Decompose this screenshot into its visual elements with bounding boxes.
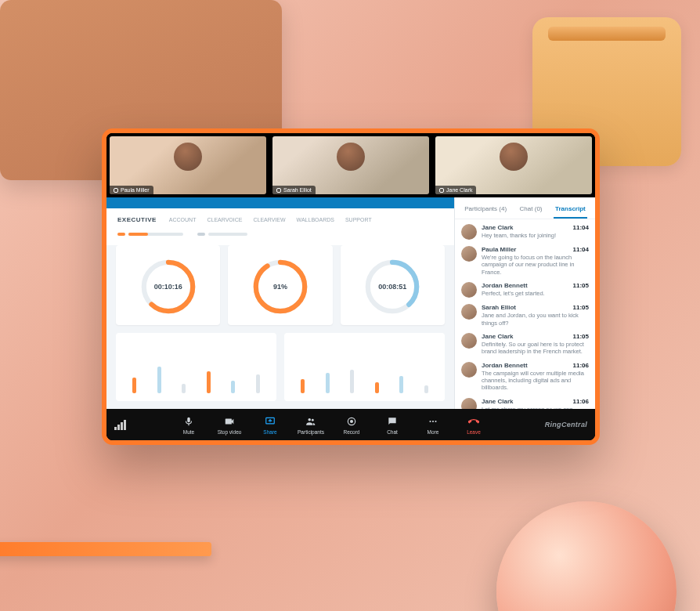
- transcript-text: Perfect, let's get started.: [482, 290, 589, 297]
- transcript-time: 11:04: [573, 224, 589, 231]
- panel-tabs: Participants (4) Chat (0) Transcript: [455, 197, 595, 219]
- svg-point-10: [350, 419, 353, 422]
- share-icon: [264, 415, 276, 428]
- meeting-toolbar: MuteStop videoShareParticipantsRecordCha…: [106, 409, 595, 440]
- thumb-name: Jane Clark: [446, 187, 472, 193]
- tab-participants[interactable]: Participants (4): [463, 202, 508, 219]
- participants-icon: [305, 415, 317, 428]
- bar: [350, 370, 354, 393]
- transcript-name: Jane Clark: [482, 224, 513, 231]
- transcript-time: 11:04: [573, 246, 589, 253]
- video-thumb-0[interactable]: Paula Miller: [110, 136, 266, 194]
- transcript-time: 11:05: [573, 333, 589, 340]
- dashboard-title: EXECUTIVE: [117, 216, 157, 223]
- dashboard-topbar: [106, 197, 454, 208]
- tab-transcript[interactable]: Transcript: [554, 202, 587, 219]
- signal-indicator: [114, 420, 146, 430]
- transcript-name: Jordan Bennett: [482, 282, 528, 289]
- mute-button[interactable]: Mute: [175, 415, 202, 435]
- bar: [157, 367, 161, 393]
- transcript-list[interactable]: Jane Clark11:04Hey team, thanks for join…: [455, 219, 595, 409]
- dashboard-progress-strip: [106, 226, 454, 245]
- transcript-time: 11:06: [573, 362, 589, 369]
- record-icon: [345, 415, 358, 428]
- bar: [256, 374, 260, 393]
- tablet-frame: Paula Miller Sarah Elliot Jane Clark: [102, 128, 600, 445]
- gauge: 91%: [250, 256, 311, 317]
- transcript-time: 11:06: [573, 398, 589, 405]
- gauge: 00:10:16: [138, 256, 199, 317]
- dashboard-tab[interactable]: CLEARVOICE: [207, 217, 242, 222]
- leave-button[interactable]: Leave: [460, 415, 487, 435]
- participants-button[interactable]: Participants: [298, 415, 324, 435]
- thumb-label: Paula Miller: [110, 186, 153, 194]
- share-button[interactable]: Share: [257, 415, 283, 435]
- dashboard-tab[interactable]: WALLBOARDS: [297, 217, 334, 222]
- bar: [375, 382, 379, 393]
- chat-icon: [386, 415, 399, 428]
- bar: [399, 376, 403, 393]
- signal-icon: [114, 420, 126, 430]
- transcript-time: 11:05: [573, 304, 589, 311]
- transcript-name: Sarah Elliot: [482, 304, 516, 311]
- gauge-card: 91%: [228, 245, 332, 325]
- transcript-name: Jane Clark: [482, 398, 513, 405]
- more-button[interactable]: More: [420, 415, 446, 435]
- stop-video-button[interactable]: Stop video: [216, 415, 243, 435]
- record-button[interactable]: Record: [338, 415, 365, 435]
- side-panel: Participants (4) Chat (0) Transcript Jan…: [454, 197, 595, 409]
- bar-row: [106, 333, 454, 409]
- transcript-name: Paula Miller: [482, 246, 516, 253]
- video-thumb-1[interactable]: Sarah Elliot: [272, 136, 429, 194]
- toolbar-label: Share: [263, 429, 276, 435]
- transcript-name: Jordan Bennett: [482, 362, 528, 369]
- transcript-item: Jordan Bennett11:06The campaign will cov…: [461, 362, 589, 392]
- gauge-value: 91%: [250, 256, 311, 317]
- toolbar-actions: MuteStop videoShareParticipantsRecordCha…: [150, 415, 512, 435]
- transcript-name: Jane Clark: [482, 333, 513, 340]
- app-screen: Paula Miller Sarah Elliot Jane Clark: [106, 133, 595, 440]
- gauge-value: 00:10:16: [138, 256, 199, 317]
- svg-point-12: [432, 420, 434, 421]
- tab-chat[interactable]: Chat (0): [518, 202, 544, 219]
- main-row: EXECUTIVE ACCOUNT CLEARVOICE CLEARVIEW W…: [106, 197, 595, 409]
- mic-icon: [114, 188, 118, 193]
- dashboard-tab[interactable]: ACCOUNT: [169, 217, 197, 222]
- transcript-item: Jordan Bennett11:05Perfect, let's get st…: [461, 282, 589, 298]
- video-thumbnails: Paula Miller Sarah Elliot Jane Clark: [106, 133, 595, 197]
- mute-icon: [182, 415, 195, 428]
- transcript-text: We're going to focus on the launch campa…: [482, 254, 589, 276]
- toolbar-label: Mute: [183, 429, 194, 435]
- mic-icon: [439, 188, 444, 193]
- dashboard-tab[interactable]: CLEARVIEW: [253, 217, 285, 222]
- progress-indicator: [117, 233, 183, 236]
- thumb-name: Sarah Elliot: [283, 187, 312, 193]
- avatar: [461, 282, 477, 298]
- toolbar-label: More: [428, 429, 439, 435]
- stop-video-icon: [223, 415, 236, 428]
- svg-point-13: [435, 420, 436, 421]
- toolbar-label: Participants: [298, 429, 324, 435]
- gauge-value: 00:08:51: [362, 256, 423, 317]
- brand-label: RingCentral: [517, 421, 587, 428]
- avatar: [461, 362, 477, 378]
- avatar: [461, 304, 477, 320]
- svg-point-11: [429, 420, 431, 421]
- transcript-item: Jane Clark11:06Let me share my screen so…: [461, 398, 589, 409]
- video-thumb-2[interactable]: Jane Clark: [435, 136, 592, 194]
- bg-cup: [496, 501, 677, 611]
- chat-button[interactable]: Chat: [379, 415, 406, 435]
- progress-indicator: [197, 233, 247, 236]
- svg-point-8: [312, 418, 314, 421]
- bar: [326, 373, 330, 393]
- transcript-item: Jane Clark11:05Definitely. So our goal h…: [461, 333, 589, 356]
- mic-icon: [276, 188, 281, 193]
- toolbar-label: Stop video: [218, 429, 242, 435]
- bar: [301, 379, 305, 393]
- gauge-row: 00:10:16 91% 00:08:51: [106, 245, 454, 333]
- bg-clip: [548, 27, 666, 41]
- dashboard-tab[interactable]: SUPPORT: [345, 217, 372, 222]
- leave-icon: [467, 415, 480, 428]
- thumb-label: Jane Clark: [435, 186, 476, 194]
- thumb-label: Sarah Elliot: [272, 186, 316, 194]
